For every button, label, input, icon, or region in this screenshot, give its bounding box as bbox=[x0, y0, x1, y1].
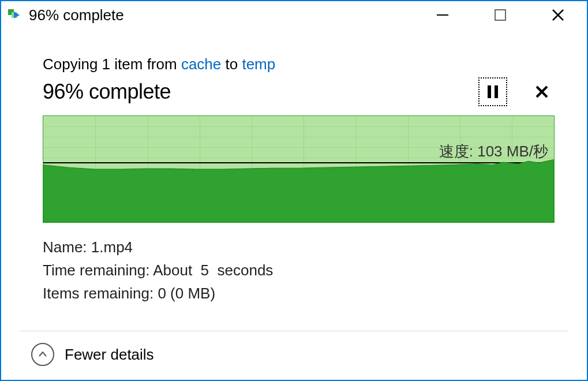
source-link[interactable]: cache bbox=[181, 55, 221, 73]
close-window-button[interactable] bbox=[529, 1, 587, 29]
dest-link[interactable]: temp bbox=[242, 55, 275, 73]
detail-name: Name: 1.mp4 bbox=[43, 236, 555, 259]
percent-complete: 96% complete bbox=[43, 80, 171, 104]
cancel-button[interactable] bbox=[533, 83, 551, 101]
pause-icon bbox=[488, 85, 491, 98]
detail-name-value: 1.mp4 bbox=[91, 238, 133, 256]
detail-name-label: Name: bbox=[43, 238, 91, 256]
content-area: Copying 1 item from cache to temp 96% co… bbox=[1, 31, 587, 305]
fewer-details-label[interactable]: Fewer details bbox=[65, 346, 154, 364]
chevron-up-icon bbox=[38, 349, 48, 360]
cancel-icon bbox=[535, 85, 549, 99]
title-bar: 96% complete bbox=[1, 1, 587, 31]
maximize-button[interactable] bbox=[471, 1, 529, 29]
copy-description: Copying 1 item from cache to temp bbox=[43, 54, 555, 74]
footer-divider bbox=[20, 331, 568, 331]
detail-items-remaining: Items remaining: 0 (0 MB) bbox=[43, 282, 555, 305]
minimize-button[interactable] bbox=[414, 1, 471, 29]
detail-items-value: 0 (0 MB) bbox=[158, 285, 215, 302]
detail-time-value: About 5 seconds bbox=[153, 262, 273, 279]
pause-button[interactable] bbox=[478, 77, 507, 106]
footer: Fewer details bbox=[31, 343, 154, 366]
window-title: 96% complete bbox=[29, 6, 124, 24]
details-block: Name: 1.mp4 Time remaining: About 5 seco… bbox=[43, 236, 555, 305]
pause-icon bbox=[495, 85, 498, 98]
copy-prefix: Copying 1 item from bbox=[43, 55, 181, 73]
close-icon bbox=[550, 7, 566, 23]
detail-items-label: Items remaining: bbox=[43, 285, 158, 302]
speed-area-fill bbox=[43, 116, 554, 222]
copy-dialog: 96% complete Copying 1 item bbox=[0, 0, 588, 381]
copy-progress-icon bbox=[8, 8, 22, 22]
svg-rect-1 bbox=[495, 10, 505, 20]
progress-row: 96% complete bbox=[43, 77, 555, 106]
maximize-icon bbox=[493, 8, 507, 22]
fewer-details-button[interactable] bbox=[31, 343, 54, 366]
speed-graph: 速度: 103 MB/秒 bbox=[43, 115, 555, 223]
copy-mid: to bbox=[221, 55, 242, 73]
minimize-icon bbox=[435, 7, 451, 23]
detail-time-label: Time remaining: bbox=[43, 262, 153, 279]
window-controls bbox=[414, 1, 587, 29]
detail-time-remaining: Time remaining: About 5 seconds bbox=[43, 259, 555, 282]
